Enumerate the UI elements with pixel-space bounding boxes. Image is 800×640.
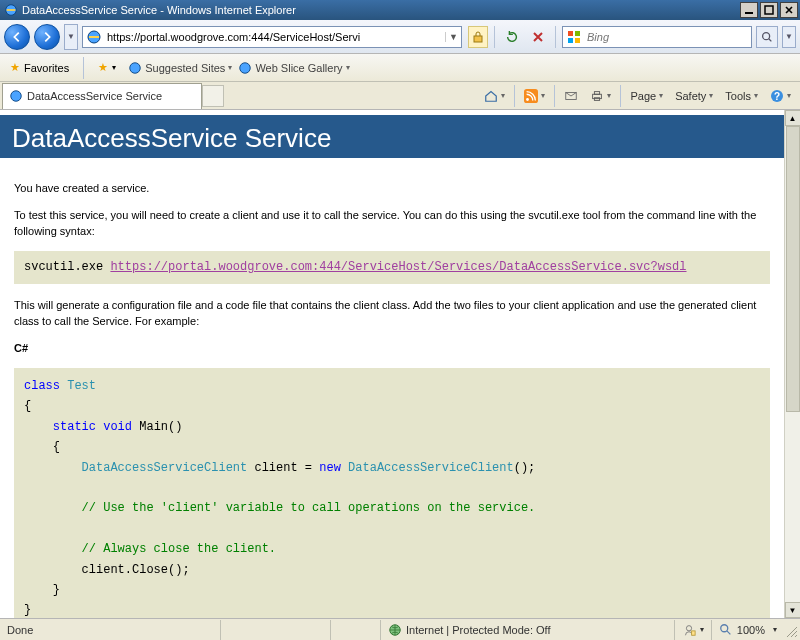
- site-icon: [86, 29, 102, 45]
- svg-rect-9: [575, 38, 580, 43]
- add-favorite-button[interactable]: ★▾: [92, 59, 122, 76]
- address-dropdown[interactable]: ▼: [445, 32, 461, 42]
- status-pane-2: [330, 620, 380, 640]
- page-menu[interactable]: Page▾: [625, 85, 668, 107]
- home-button[interactable]: ▾: [479, 85, 510, 107]
- ie-icon: [128, 61, 142, 75]
- svg-rect-2: [765, 6, 773, 14]
- vertical-scrollbar[interactable]: ▲ ▼: [784, 110, 800, 618]
- maximize-button[interactable]: [760, 2, 778, 18]
- svg-point-23: [686, 625, 691, 630]
- separator: [555, 26, 556, 48]
- svg-point-25: [721, 624, 728, 631]
- favorites-bar: ★ Favorites ★▾ Suggested Sites ▾ Web Sli…: [0, 54, 800, 82]
- web-slice-label: Web Slice Gallery: [255, 62, 342, 74]
- scroll-up-button[interactable]: ▲: [785, 110, 801, 126]
- svg-rect-4: [474, 36, 482, 42]
- address-input[interactable]: [105, 28, 445, 46]
- svg-text:?: ?: [774, 91, 780, 102]
- created-text: You have created a service.: [14, 181, 770, 197]
- scroll-track[interactable]: [785, 126, 801, 602]
- window-titlebar: DataAccessService Service - Windows Inte…: [0, 0, 800, 20]
- globe-icon: [388, 623, 402, 637]
- forward-button[interactable]: [34, 24, 60, 50]
- refresh-button[interactable]: [501, 26, 523, 48]
- tools-menu[interactable]: Tools▾: [720, 85, 763, 107]
- star-icon: ★: [10, 61, 20, 74]
- wsdl-link[interactable]: https://portal.woodgrove.com:444/Service…: [110, 260, 686, 274]
- bing-icon: [566, 29, 582, 45]
- window-title: DataAccessService Service - Windows Inte…: [22, 4, 740, 16]
- svcutil-command-block: svcutil.exe https://portal.woodgrove.com…: [14, 251, 770, 284]
- web-slice-gallery-link[interactable]: Web Slice Gallery ▾: [238, 61, 349, 75]
- tab-active[interactable]: DataAccessService Service: [2, 83, 202, 109]
- svg-rect-24: [691, 630, 695, 634]
- ie-icon: [238, 61, 252, 75]
- star-add-icon: ★: [98, 61, 108, 74]
- new-tab-button[interactable]: [202, 85, 224, 107]
- back-button[interactable]: [4, 24, 30, 50]
- svg-rect-18: [595, 91, 600, 94]
- separator: [83, 57, 84, 79]
- resize-grip[interactable]: [784, 620, 800, 640]
- svg-point-12: [240, 62, 251, 73]
- tab-favicon: [9, 89, 23, 103]
- suggested-sites-label: Suggested Sites: [145, 62, 225, 74]
- svg-point-10: [763, 32, 770, 39]
- search-go-button[interactable]: [756, 26, 778, 48]
- status-pane-1: [220, 620, 330, 640]
- help-button[interactable]: ?▾: [765, 85, 796, 107]
- svg-point-15: [527, 98, 530, 101]
- tab-title: DataAccessService Service: [27, 90, 162, 102]
- close-button[interactable]: [780, 2, 798, 18]
- feeds-button[interactable]: ▾: [519, 85, 550, 107]
- navigation-bar: ▼ ▼ ▼: [0, 20, 800, 54]
- status-bar: Done Internet | Protected Mode: Off ▾ 10…: [0, 618, 800, 640]
- tab-bar: DataAccessService Service ▾ ▾ ▾ Page▾ Sa…: [0, 82, 800, 110]
- svg-rect-7: [575, 31, 580, 36]
- minimize-button[interactable]: [740, 2, 758, 18]
- svg-point-13: [11, 91, 22, 102]
- separator: [494, 26, 495, 48]
- status-pane-3[interactable]: ▾: [674, 620, 711, 640]
- separator: [620, 85, 621, 107]
- csharp-code-block: class Test { static void Main() { DataAc…: [14, 368, 770, 618]
- search-dropdown[interactable]: ▼: [782, 26, 796, 48]
- scroll-thumb[interactable]: [786, 126, 800, 412]
- svg-rect-6: [568, 31, 573, 36]
- lock-icon[interactable]: [468, 26, 488, 48]
- csharp-heading: C#: [14, 341, 770, 357]
- content-viewport: DataAccessService Service You have creat…: [0, 110, 800, 618]
- page-banner: DataAccessService Service: [0, 115, 784, 158]
- separator: [514, 85, 515, 107]
- scroll-down-button[interactable]: ▼: [785, 602, 801, 618]
- status-done: Done: [0, 620, 220, 640]
- stop-button[interactable]: [527, 26, 549, 48]
- svg-rect-1: [745, 12, 753, 14]
- zoom-icon: [719, 623, 733, 637]
- favorites-button[interactable]: ★ Favorites: [4, 59, 75, 76]
- ie-logo-icon: [4, 3, 18, 17]
- favorites-label: Favorites: [24, 62, 69, 74]
- read-mail-button[interactable]: [559, 85, 583, 107]
- search-input[interactable]: [585, 30, 751, 44]
- separator: [554, 85, 555, 107]
- status-zoom[interactable]: 100% ▾: [711, 620, 784, 640]
- nav-history-dropdown[interactable]: ▼: [64, 24, 78, 50]
- print-button[interactable]: ▾: [585, 85, 616, 107]
- status-zone[interactable]: Internet | Protected Mode: Off: [380, 620, 674, 640]
- address-bar[interactable]: ▼: [82, 26, 462, 48]
- svg-rect-8: [568, 38, 573, 43]
- search-box[interactable]: [562, 26, 752, 48]
- test-instruction-text: To test this service, you will need to c…: [14, 208, 770, 240]
- svg-point-11: [130, 62, 141, 73]
- safety-menu[interactable]: Safety▾: [670, 85, 718, 107]
- generate-explain-text: This will generate a configuration file …: [14, 298, 770, 330]
- suggested-sites-link[interactable]: Suggested Sites ▾: [128, 61, 232, 75]
